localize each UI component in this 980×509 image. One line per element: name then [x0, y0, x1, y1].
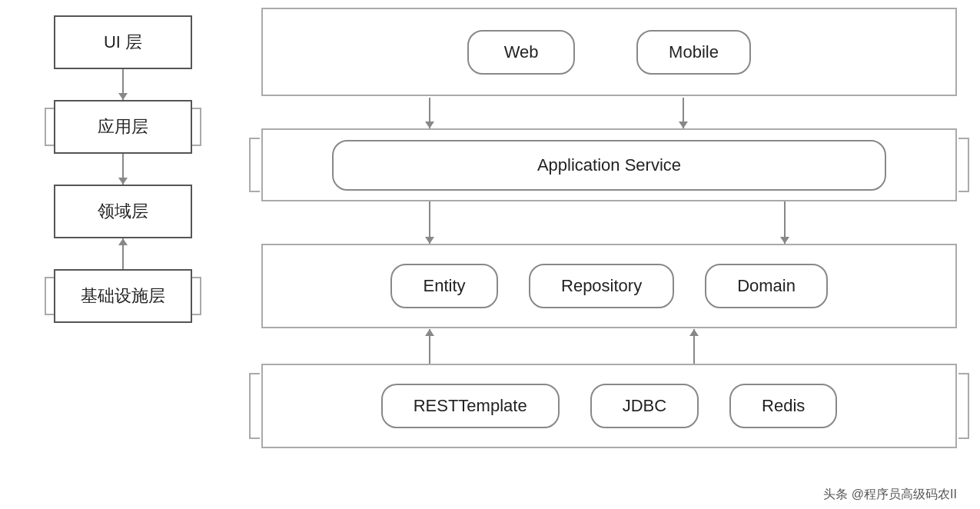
repository-box: Repository — [529, 264, 674, 308]
infra-layer-right: RESTTemplate JDBC Redis — [261, 364, 957, 448]
infra-layer-label: 基础设施层 — [81, 286, 165, 305]
top-layer: Web Mobile — [261, 8, 957, 96]
domain-label: Domain — [737, 276, 796, 295]
jdbc-box: JDBC — [590, 384, 699, 428]
mobile-box: Mobile — [636, 30, 751, 75]
bracket-right-infra — [958, 373, 969, 439]
rest-template-label: RESTTemplate — [414, 396, 527, 415]
web-arrow — [429, 98, 430, 128]
mobile-arrow — [683, 98, 684, 128]
app-to-domain-arrow-left — [429, 201, 430, 244]
right-section: Web Mobile Application Service — [261, 8, 957, 486]
bracket-right — [958, 138, 969, 192]
ui-layer-label: UI 层 — [104, 32, 142, 52]
left-section: UI 层 应用层 领域层 — [46, 15, 200, 323]
app-layer-box: 应用层 — [54, 100, 192, 154]
app-layer-label: 应用层 — [98, 117, 148, 136]
entity-box: Entity — [390, 264, 498, 308]
bracket-left-infra — [249, 373, 260, 439]
repository-label: Repository — [561, 276, 642, 295]
infra-to-domain-arrow-left — [429, 329, 430, 364]
bracket-left — [249, 138, 260, 192]
entity-label: Entity — [424, 276, 466, 295]
web-label: Web — [504, 42, 539, 62]
ui-layer-box: UI 层 — [54, 15, 192, 69]
jdbc-label: JDBC — [623, 396, 666, 415]
app-service-layer: Application Service — [261, 128, 957, 201]
mobile-label: Mobile — [669, 42, 719, 62]
domain-layer-box: 领域层 — [54, 185, 192, 238]
app-service-label: Application Service — [537, 155, 681, 175]
redis-label: Redis — [762, 396, 805, 415]
redis-box: Redis — [729, 384, 837, 428]
infra-layer-box: 基础设施层 — [54, 269, 192, 323]
domain-layer-right: Entity Repository Domain — [261, 244, 957, 328]
diagram-container: UI 层 应用层 领域层 — [0, 0, 980, 509]
app-to-domain-arrow-right — [784, 201, 786, 244]
domain-layer-label: 领域层 — [98, 201, 148, 221]
web-box: Web — [467, 30, 575, 75]
app-service-box: Application Service — [332, 140, 886, 191]
domain-box: Domain — [705, 264, 828, 308]
watermark: 头条 @程序员高级码农II — [823, 487, 957, 503]
infra-to-domain-arrow-right — [693, 329, 695, 364]
rest-template-box: RESTTemplate — [381, 384, 560, 428]
